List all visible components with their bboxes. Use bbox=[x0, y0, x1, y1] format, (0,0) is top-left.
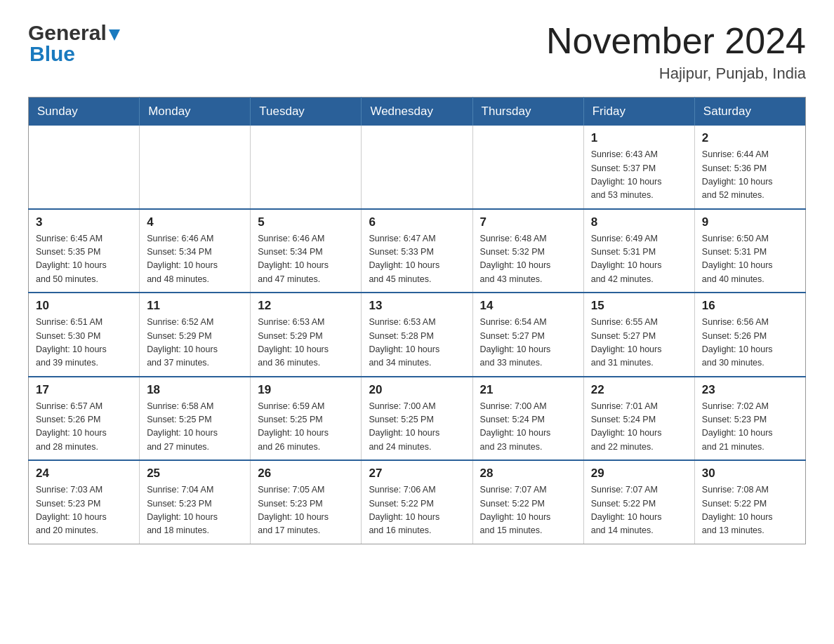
day-info: Sunrise: 7:06 AM Sunset: 5:22 PM Dayligh… bbox=[369, 483, 465, 538]
day-number: 4 bbox=[147, 215, 243, 229]
calendar-cell: 11Sunrise: 6:52 AM Sunset: 5:29 PM Dayli… bbox=[140, 293, 251, 377]
day-number: 16 bbox=[702, 299, 798, 313]
day-number: 8 bbox=[591, 215, 687, 229]
calendar-cell: 27Sunrise: 7:06 AM Sunset: 5:22 PM Dayli… bbox=[362, 460, 472, 544]
logo: General Blue bbox=[28, 21, 120, 66]
day-info: Sunrise: 6:50 AM Sunset: 5:31 PM Dayligh… bbox=[702, 232, 798, 287]
calendar-cell bbox=[140, 126, 251, 209]
day-info: Sunrise: 6:55 AM Sunset: 5:27 PM Dayligh… bbox=[591, 316, 687, 370]
weekday-header-thursday: Thursday bbox=[472, 98, 583, 126]
calendar-cell bbox=[362, 126, 472, 209]
weekday-header-row: SundayMondayTuesdayWednesdayThursdayFrid… bbox=[29, 98, 806, 126]
calendar-cell: 8Sunrise: 6:49 AM Sunset: 5:31 PM Daylig… bbox=[583, 209, 694, 293]
day-number: 7 bbox=[480, 215, 576, 229]
calendar-cell: 2Sunrise: 6:44 AM Sunset: 5:36 PM Daylig… bbox=[694, 126, 805, 209]
weekday-header-tuesday: Tuesday bbox=[251, 98, 362, 126]
calendar-cell: 21Sunrise: 7:00 AM Sunset: 5:24 PM Dayli… bbox=[472, 377, 583, 461]
calendar-cell: 13Sunrise: 6:53 AM Sunset: 5:28 PM Dayli… bbox=[362, 293, 472, 377]
calendar-cell: 18Sunrise: 6:58 AM Sunset: 5:25 PM Dayli… bbox=[140, 377, 251, 461]
day-info: Sunrise: 6:56 AM Sunset: 5:26 PM Dayligh… bbox=[702, 316, 798, 370]
calendar-week-row: 17Sunrise: 6:57 AM Sunset: 5:26 PM Dayli… bbox=[29, 377, 806, 461]
day-number: 18 bbox=[147, 383, 243, 397]
day-number: 10 bbox=[36, 299, 132, 313]
weekday-header-monday: Monday bbox=[140, 98, 251, 126]
day-info: Sunrise: 6:46 AM Sunset: 5:34 PM Dayligh… bbox=[258, 232, 354, 287]
day-info: Sunrise: 7:04 AM Sunset: 5:23 PM Dayligh… bbox=[147, 483, 243, 538]
day-number: 14 bbox=[480, 299, 576, 313]
calendar-cell: 19Sunrise: 6:59 AM Sunset: 5:25 PM Dayli… bbox=[251, 377, 362, 461]
day-number: 25 bbox=[147, 467, 243, 481]
page-header: General Blue November 2024 Hajipur, Punj… bbox=[28, 21, 806, 83]
day-info: Sunrise: 7:07 AM Sunset: 5:22 PM Dayligh… bbox=[480, 483, 576, 538]
calendar-cell: 9Sunrise: 6:50 AM Sunset: 5:31 PM Daylig… bbox=[694, 209, 805, 293]
day-number: 23 bbox=[702, 383, 798, 397]
calendar-cell: 6Sunrise: 6:47 AM Sunset: 5:33 PM Daylig… bbox=[362, 209, 472, 293]
day-info: Sunrise: 7:05 AM Sunset: 5:23 PM Dayligh… bbox=[258, 483, 354, 538]
calendar-cell: 22Sunrise: 7:01 AM Sunset: 5:24 PM Dayli… bbox=[583, 377, 694, 461]
day-number: 9 bbox=[702, 215, 798, 229]
calendar-cell: 4Sunrise: 6:46 AM Sunset: 5:34 PM Daylig… bbox=[140, 209, 251, 293]
day-number: 1 bbox=[591, 131, 687, 145]
day-number: 30 bbox=[702, 467, 798, 481]
day-info: Sunrise: 6:51 AM Sunset: 5:30 PM Dayligh… bbox=[36, 316, 132, 370]
calendar-cell: 15Sunrise: 6:55 AM Sunset: 5:27 PM Dayli… bbox=[583, 293, 694, 377]
day-info: Sunrise: 6:54 AM Sunset: 5:27 PM Dayligh… bbox=[480, 316, 576, 370]
day-info: Sunrise: 7:07 AM Sunset: 5:22 PM Dayligh… bbox=[591, 483, 687, 538]
day-number: 5 bbox=[258, 215, 354, 229]
calendar-cell bbox=[472, 126, 583, 209]
calendar-cell: 28Sunrise: 7:07 AM Sunset: 5:22 PM Dayli… bbox=[472, 460, 583, 544]
day-info: Sunrise: 6:44 AM Sunset: 5:36 PM Dayligh… bbox=[702, 148, 798, 203]
day-number: 19 bbox=[258, 383, 354, 397]
weekday-header-wednesday: Wednesday bbox=[362, 98, 472, 126]
day-number: 29 bbox=[591, 467, 687, 481]
calendar-week-row: 3Sunrise: 6:45 AM Sunset: 5:35 PM Daylig… bbox=[29, 209, 806, 293]
calendar-location: Hajipur, Punjab, India bbox=[546, 65, 806, 83]
day-number: 11 bbox=[147, 299, 243, 313]
weekday-header-saturday: Saturday bbox=[694, 98, 805, 126]
calendar-title-area: November 2024 Hajipur, Punjab, India bbox=[546, 21, 806, 83]
day-info: Sunrise: 6:48 AM Sunset: 5:32 PM Dayligh… bbox=[480, 232, 576, 287]
day-number: 28 bbox=[480, 467, 576, 481]
day-info: Sunrise: 7:03 AM Sunset: 5:23 PM Dayligh… bbox=[36, 483, 132, 538]
day-info: Sunrise: 6:59 AM Sunset: 5:25 PM Dayligh… bbox=[258, 400, 354, 455]
day-number: 21 bbox=[480, 383, 576, 397]
day-info: Sunrise: 6:45 AM Sunset: 5:35 PM Dayligh… bbox=[36, 232, 132, 287]
calendar-cell: 20Sunrise: 7:00 AM Sunset: 5:25 PM Dayli… bbox=[362, 377, 472, 461]
calendar-cell: 25Sunrise: 7:04 AM Sunset: 5:23 PM Dayli… bbox=[140, 460, 251, 544]
day-info: Sunrise: 6:47 AM Sunset: 5:33 PM Dayligh… bbox=[369, 232, 465, 287]
day-number: 27 bbox=[369, 467, 465, 481]
calendar-cell: 17Sunrise: 6:57 AM Sunset: 5:26 PM Dayli… bbox=[29, 377, 140, 461]
calendar-cell: 12Sunrise: 6:53 AM Sunset: 5:29 PM Dayli… bbox=[251, 293, 362, 377]
calendar-week-row: 10Sunrise: 6:51 AM Sunset: 5:30 PM Dayli… bbox=[29, 293, 806, 377]
calendar-cell bbox=[251, 126, 362, 209]
calendar-cell: 29Sunrise: 7:07 AM Sunset: 5:22 PM Dayli… bbox=[583, 460, 694, 544]
calendar-week-row: 1Sunrise: 6:43 AM Sunset: 5:37 PM Daylig… bbox=[29, 126, 806, 209]
day-info: Sunrise: 7:01 AM Sunset: 5:24 PM Dayligh… bbox=[591, 400, 687, 455]
day-info: Sunrise: 7:08 AM Sunset: 5:22 PM Dayligh… bbox=[702, 483, 798, 538]
day-info: Sunrise: 7:00 AM Sunset: 5:24 PM Dayligh… bbox=[480, 400, 576, 455]
calendar-cell bbox=[29, 126, 140, 209]
calendar-cell: 10Sunrise: 6:51 AM Sunset: 5:30 PM Dayli… bbox=[29, 293, 140, 377]
calendar-cell: 26Sunrise: 7:05 AM Sunset: 5:23 PM Dayli… bbox=[251, 460, 362, 544]
day-info: Sunrise: 7:02 AM Sunset: 5:23 PM Dayligh… bbox=[702, 400, 798, 455]
svg-marker-0 bbox=[109, 29, 120, 41]
day-number: 26 bbox=[258, 467, 354, 481]
weekday-header-sunday: Sunday bbox=[29, 98, 140, 126]
day-number: 2 bbox=[702, 131, 798, 145]
calendar-cell: 23Sunrise: 7:02 AM Sunset: 5:23 PM Dayli… bbox=[694, 377, 805, 461]
day-number: 12 bbox=[258, 299, 354, 313]
day-info: Sunrise: 6:43 AM Sunset: 5:37 PM Dayligh… bbox=[591, 148, 687, 203]
day-info: Sunrise: 6:58 AM Sunset: 5:25 PM Dayligh… bbox=[147, 400, 243, 455]
day-number: 24 bbox=[36, 467, 132, 481]
day-info: Sunrise: 6:57 AM Sunset: 5:26 PM Dayligh… bbox=[36, 400, 132, 455]
calendar-cell: 5Sunrise: 6:46 AM Sunset: 5:34 PM Daylig… bbox=[251, 209, 362, 293]
day-number: 20 bbox=[369, 383, 465, 397]
day-number: 17 bbox=[36, 383, 132, 397]
calendar-cell: 24Sunrise: 7:03 AM Sunset: 5:23 PM Dayli… bbox=[29, 460, 140, 544]
calendar-cell: 3Sunrise: 6:45 AM Sunset: 5:35 PM Daylig… bbox=[29, 209, 140, 293]
day-number: 13 bbox=[369, 299, 465, 313]
calendar-week-row: 24Sunrise: 7:03 AM Sunset: 5:23 PM Dayli… bbox=[29, 460, 806, 544]
day-number: 15 bbox=[591, 299, 687, 313]
calendar-cell: 16Sunrise: 6:56 AM Sunset: 5:26 PM Dayli… bbox=[694, 293, 805, 377]
day-info: Sunrise: 6:53 AM Sunset: 5:29 PM Dayligh… bbox=[258, 316, 354, 370]
